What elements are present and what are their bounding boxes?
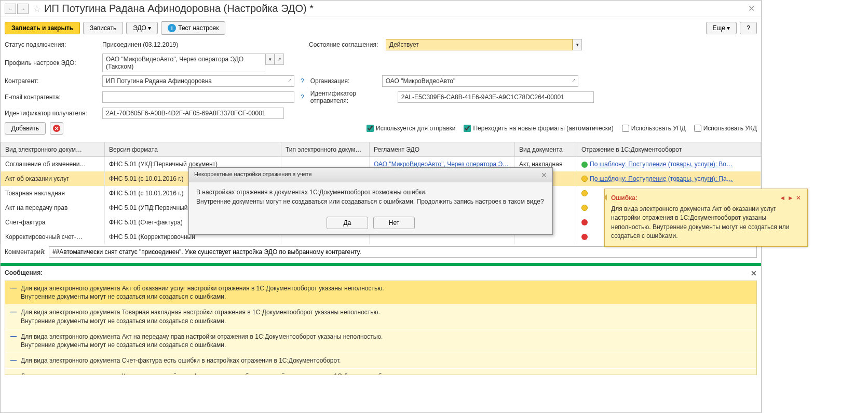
cell-doc-type: Акт на передачу прав [1,201,105,215]
close-icon[interactable]: ✕ [746,4,757,14]
modal-line2: Внутренние документы могут не создаватьс… [196,197,545,206]
chk-auto[interactable]: Переходить на новые форматы (автоматичес… [464,125,613,132]
test-button[interactable]: iТест настроек [161,21,225,35]
org-input[interactable]: ОАО "МикроВидеоАвто" [382,75,578,87]
recipient-id-label: Идентификатор получателя: [5,110,98,117]
modal-title: Некорректные настройки отражения в учете [194,171,312,179]
col-doc-type[interactable]: Вид электронного докум… [1,142,105,157]
chk-send[interactable]: Используется для отправки [367,125,455,132]
add-button[interactable]: Добавить [5,122,46,135]
reflection-link[interactable]: По шаблону: Поступление (товары, услуги)… [590,161,733,168]
tooltip-next-icon[interactable]: ► [788,194,794,202]
email-input[interactable] [102,91,294,103]
cell-doc-type: Счет-фактура [1,215,105,230]
cell-doc-type: Корректировочный счет-… [1,230,105,244]
counterparty-help-icon[interactable]: ? [299,77,306,85]
msg-dash-icon: — [10,356,17,365]
cell-reflection: По шаблону: Поступление (товары, услуги)… [577,157,761,171]
msg-text: Для вида электронного документа Акт на п… [21,332,383,350]
recipient-id-input[interactable]: 2AL-70D605F6-A00B-4D2F-AF05-69A8F3370FCF… [102,108,284,119]
message-item[interactable]: —Для вида электронного документа Товарна… [5,305,756,329]
delete-button[interactable]: ✕ [50,122,63,135]
profile-label: Профиль настроек ЭДО: [5,59,98,66]
favorite-star-icon[interactable]: ☆ [33,3,41,15]
agreement-select[interactable]: Действует [386,39,573,50]
edo-dropdown-button[interactable]: ЭДО ▾ [126,22,158,34]
chk-ukd-label: Использовать УКД [703,125,757,132]
tooltip-prev-icon[interactable]: ◄ [779,194,785,202]
edo-label: ЭДО [133,24,146,32]
nav-forward-button[interactable]: → [17,4,29,14]
modal-close-icon[interactable]: ✕ [541,171,547,179]
col-edoc-type[interactable]: Тип электронного докум… [281,142,370,157]
save-close-button[interactable]: Записать и закрыть [5,22,80,34]
tooltip-close-icon[interactable]: ✕ [796,194,801,202]
message-item[interactable]: —Для вида электронного документа Коррект… [5,369,756,375]
messages-close-icon[interactable]: ✕ [751,269,757,277]
sender-id-label: Идентификатор отправителя: [310,90,394,104]
test-label: Тест настроек [178,24,219,32]
chk-ukd[interactable]: Использовать УКД [694,125,757,132]
agreement-label: Состояние соглашения: [309,41,382,48]
messages-label: Сообщения: [5,269,43,277]
msg-dash-icon: — [10,284,17,302]
comment-input[interactable] [49,246,757,258]
modal-yes-button[interactable]: Да [327,217,368,229]
save-button[interactable]: Записать [83,22,123,34]
profile-dropdown-arrow[interactable]: ▾ [265,54,275,65]
cell-reflection: По шаблону: Поступление (товары, услуги)… [577,171,761,186]
error-tooltip: Ошибка: ◄ ► ✕ Для вида электронного доку… [604,189,808,247]
info-icon: i [168,24,176,32]
chk-upd[interactable]: Использовать УПД [622,125,686,132]
email-help-icon[interactable]: ? [299,94,306,101]
page-title: ИП Потугина Радана Афинодоровна (Настрой… [44,3,314,15]
msg-dash-icon: — [10,308,17,326]
status-dot-icon [581,176,588,182]
more-dropdown-button[interactable]: Еще ▾ [706,22,737,34]
status-dot-icon [581,190,588,196]
status-value: Присоединен (03.12.2019) [102,41,305,48]
msg-text: Для вида электронного документа Акт об о… [21,284,384,302]
profile-input[interactable]: ОАО "МикроВидеоАвто", Через оператора ЭД… [102,54,265,72]
counterparty-label: Контрагент: [5,77,98,85]
modal-dialog: Некорректные настройки отражения в учете… [188,167,553,235]
profile-open-icon[interactable]: ↗ [275,54,284,65]
reflection-link[interactable]: По шаблону: Поступление (товары, услуги)… [590,175,733,182]
msg-dash-icon: — [10,372,17,375]
help-button[interactable]: ? [740,22,757,34]
message-item[interactable]: —Для вида электронного документа Акт на … [5,329,756,354]
cell-doc-type: Акт об оказании услуг [1,171,105,186]
messages-list[interactable]: —Для вида электронного документа Акт об … [5,281,757,375]
tooltip-text: Для вида электронного документа Акт об о… [611,205,801,241]
msg-text: Для вида электронного документа Товарная… [21,308,380,326]
col-doc-kind[interactable]: Вид документа [515,142,577,157]
reglament-link[interactable]: ОАО "МикроВидеоАвто", Через оператора Э… [374,161,509,168]
status-label: Статус подключения: [5,41,98,48]
status-dot-icon [581,219,588,225]
status-dot-icon [581,234,588,240]
nav-back-button[interactable]: ← [5,4,16,14]
modal-no-button[interactable]: Нет [373,217,415,229]
chk-auto-label: Переходить на новые форматы (автоматичес… [473,125,613,132]
sender-id-input[interactable]: 2AL-E5C309F6-CA8B-41E6-9A3E-A9C1C78DC264… [398,91,594,103]
col-format[interactable]: Версия формата [105,142,281,157]
cell-doc-type: Товарная накладная [1,186,105,201]
msg-text: Для вида электронного документа Корректи… [21,372,396,375]
more-label: Еще [713,24,725,32]
status-dot-icon [581,205,588,211]
comment-label: Комментарий: [5,248,46,256]
msg-text: Для вида электронного документа Счет-фак… [21,356,341,365]
tooltip-title: Ошибка: [611,194,638,202]
cell-doc-type: Соглашение об изменени… [1,157,105,171]
col-reflection[interactable]: Отражение в 1С:Документооборот [577,142,761,157]
counterparty-input[interactable]: ИП Потугина Радана Афинодоровна [102,75,294,87]
email-label: E-mail контрагента: [5,94,98,101]
msg-dash-icon: — [10,332,17,350]
status-dot-icon [581,162,588,168]
agreement-dropdown-arrow[interactable]: ▾ [573,39,582,50]
col-reglament[interactable]: Регламент ЭДО [370,142,515,157]
delete-x-icon: ✕ [53,125,60,132]
message-item[interactable]: —Для вида электронного документа Счет-фа… [5,353,756,369]
message-item[interactable]: —Для вида электронного документа Акт об … [5,281,756,305]
modal-line1: В настройках отражения в документах 1С:Д… [196,188,545,197]
